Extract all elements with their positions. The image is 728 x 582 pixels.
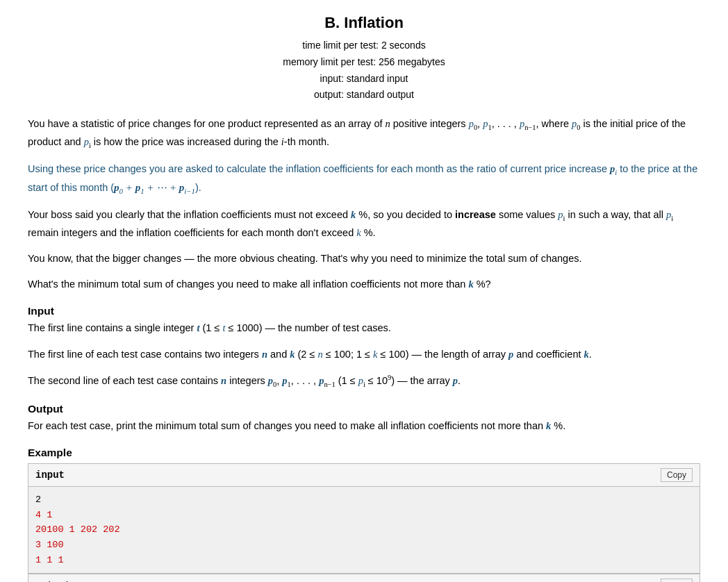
page-title: B. Inflation bbox=[28, 14, 700, 32]
paragraph-3: Your boss said you clearly that the infl… bbox=[28, 207, 700, 241]
input-copy-button[interactable]: Copy bbox=[661, 468, 693, 482]
input-code-block: 2 4 1 20100 1 202 202 3 100 1 1 1 bbox=[28, 487, 700, 573]
output-paragraph-1: For each test case, print the minimum to… bbox=[28, 418, 700, 434]
input-paragraph-1: The first line contains a single integer… bbox=[28, 320, 700, 336]
paragraph-5: What's the minimum total sum of changes … bbox=[28, 276, 700, 292]
input-header: input Copy bbox=[28, 464, 700, 487]
input-paragraph-2: The first line of each test case contain… bbox=[28, 347, 700, 363]
paragraph-4: You know, that the bigger changes — the … bbox=[28, 251, 700, 267]
paragraph-2: Using these price changes you are asked … bbox=[28, 161, 700, 197]
output-copy-button[interactable]: Copy bbox=[661, 579, 693, 582]
output-heading: Output bbox=[28, 403, 700, 415]
input-paragraph-3: The second line of each test case contai… bbox=[28, 372, 700, 390]
input-code-cell: 2 4 1 20100 1 202 202 3 100 1 1 1 bbox=[28, 487, 700, 574]
example-table: input Copy 2 4 1 20100 1 202 202 3 100 1… bbox=[28, 463, 700, 574]
input-label: input bbox=[35, 469, 65, 481]
output-header: output Copy bbox=[28, 574, 700, 582]
meta-info: time limit per test: 2 seconds memory li… bbox=[28, 38, 700, 103]
paragraph-1: You have a statistic of price changes fo… bbox=[28, 116, 700, 151]
example-heading: Example bbox=[28, 447, 700, 459]
input-heading: Input bbox=[28, 305, 700, 317]
output-table: output Copy 99 0 bbox=[28, 574, 700, 582]
